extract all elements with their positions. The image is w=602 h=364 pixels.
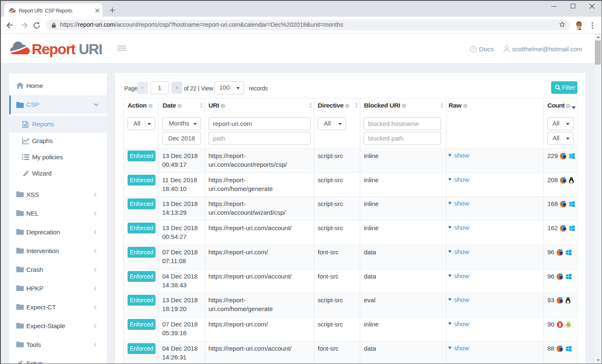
svg-text:?: ? [472, 47, 474, 52]
